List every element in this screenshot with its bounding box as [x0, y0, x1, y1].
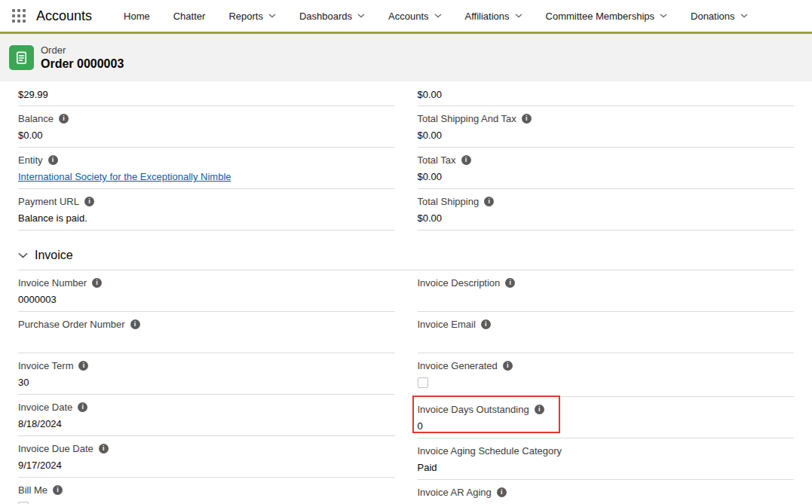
info-icon[interactable]: i	[522, 114, 532, 124]
nav-item-label: Home	[124, 11, 150, 22]
info-icon[interactable]: i	[535, 405, 544, 414]
field-value: $0.00	[418, 129, 795, 142]
field-bill-me: Bill Me i	[18, 478, 395, 504]
nav-item-home[interactable]: Home	[124, 11, 150, 22]
field-label: Invoice Generated	[418, 360, 498, 371]
chevron-down-icon	[268, 14, 276, 18]
field-label: Invoice Email	[418, 319, 476, 330]
info-icon[interactable]: i	[59, 114, 69, 124]
field-value: 0	[418, 420, 795, 432]
chevron-down-icon	[740, 14, 748, 18]
field-invoice-ar-aging: Invoice AR Aging i	[418, 480, 795, 504]
nav-tabs: Home Chatter Reports Dashboards Accounts…	[124, 11, 748, 22]
nav-item-dashboards[interactable]: Dashboards	[299, 11, 365, 22]
field-value: Paid	[418, 461, 795, 474]
section-title: Invoice	[35, 249, 73, 262]
nav-item-label: Affiliations	[465, 11, 510, 22]
field-value: $0.00	[418, 88, 795, 101]
field-value: $0.00	[418, 170, 795, 183]
global-nav: Accounts Home Chatter Reports Dashboards…	[0, 0, 812, 34]
field-invoice-number: Invoice Number i 0000003	[18, 270, 395, 312]
info-icon[interactable]: i	[78, 361, 88, 371]
field-value	[18, 334, 395, 347]
record-detail: $29.99 Balance i $0.00 Entity i Internat…	[0, 81, 812, 504]
field-invoice-generated: Invoice Generated i	[418, 353, 795, 397]
app-name: Accounts	[36, 8, 92, 24]
info-icon[interactable]: i	[497, 487, 507, 497]
field-total-shipping: Total Shipping i $0.00	[418, 189, 795, 231]
field-label: Total Tax	[418, 154, 456, 166]
chevron-down-icon	[660, 14, 667, 18]
field-label: Invoice AR Aging	[418, 487, 492, 498]
field-label: Invoice Aging Schedule Category	[418, 445, 562, 457]
field-label: Balance	[18, 113, 54, 124]
page-title: Order 0000003	[41, 57, 124, 72]
app-launcher-icon[interactable]	[12, 9, 26, 23]
order-icon	[9, 45, 34, 70]
section-invoice-header[interactable]: Invoice	[18, 243, 794, 270]
chevron-down-icon	[515, 14, 522, 18]
nav-item-donations[interactable]: Donations	[691, 11, 748, 22]
info-icon[interactable]: i	[484, 197, 494, 206]
nav-item-label: Donations	[691, 11, 735, 22]
entity-link[interactable]: International Society for the Exceptiona…	[18, 171, 231, 182]
field-value: 0000003	[18, 293, 395, 306]
field-invoice-date: Invoice Date i 8/18/2024	[18, 395, 395, 436]
chevron-down-icon	[18, 252, 28, 258]
field-invoice-due-date: Invoice Due Date i 9/17/2024	[18, 436, 395, 478]
invoice-generated-checkbox[interactable]	[418, 377, 428, 388]
field-value	[418, 334, 795, 347]
field-value: 30	[18, 376, 395, 389]
info-icon[interactable]: i	[481, 319, 491, 329]
field-payment-url: Payment URL i Balance is paid.	[18, 189, 395, 231]
field-value: $29.99	[18, 88, 395, 101]
chevron-down-icon	[357, 14, 365, 18]
info-icon[interactable]: i	[503, 361, 513, 371]
field-invoice-email: Invoice Email i	[418, 312, 795, 353]
info-icon[interactable]: i	[130, 319, 140, 329]
field-balance: Balance i $0.00	[18, 106, 395, 148]
nav-item-label: Reports	[228, 11, 263, 22]
field-label: Entity	[18, 154, 43, 166]
field-invoice-aging-schedule-category: Invoice Aging Schedule Category Paid	[418, 438, 795, 480]
field-label: Total Shipping And Tax	[418, 113, 516, 124]
info-icon[interactable]: i	[84, 197, 94, 206]
field-label: Invoice Date	[18, 402, 72, 413]
field-label: Total Shipping	[418, 196, 480, 207]
info-icon[interactable]: i	[461, 155, 471, 165]
field-purchase-order-number: Purchase Order Number i	[18, 312, 395, 353]
info-icon[interactable]: i	[78, 402, 87, 412]
nav-item-label: Committee Memberships	[546, 11, 655, 22]
info-icon[interactable]: i	[92, 278, 102, 288]
field-value: $0.00	[18, 129, 395, 142]
info-icon[interactable]: i	[48, 155, 58, 165]
field-label: Invoice Description	[418, 277, 501, 289]
field-value: 9/17/2024	[18, 459, 395, 472]
field-label: Invoice Number	[18, 277, 87, 289]
field-partial-right: $0.00	[418, 81, 795, 106]
nav-item-label: Chatter	[173, 11, 206, 22]
nav-item-affiliations[interactable]: Affiliations	[465, 11, 522, 22]
field-total-shipping-and-tax: Total Shipping And Tax i $0.00	[418, 106, 795, 148]
nav-item-label: Accounts	[388, 11, 428, 22]
field-invoice-term: Invoice Term i 30	[18, 353, 395, 395]
field-label: Invoice Due Date	[18, 443, 93, 454]
field-label: Purchase Order Number	[18, 319, 125, 330]
field-label: Invoice Term	[18, 360, 73, 371]
field-value: 8/18/2024	[18, 417, 395, 430]
field-value: Balance is paid.	[18, 212, 395, 225]
nav-item-chatter[interactable]: Chatter	[173, 11, 206, 22]
field-label: Payment URL	[18, 196, 79, 207]
nav-item-committee-memberships[interactable]: Committee Memberships	[546, 11, 668, 22]
record-header-text: Order Order 0000003	[41, 44, 124, 72]
field-value	[418, 293, 795, 306]
entity-type-label: Order	[41, 44, 124, 57]
info-icon[interactable]: i	[505, 278, 515, 288]
field-partial-left: $29.99	[18, 81, 395, 106]
nav-item-label: Dashboards	[299, 11, 352, 22]
nav-item-accounts[interactable]: Accounts	[388, 11, 441, 22]
nav-item-reports[interactable]: Reports	[228, 11, 276, 22]
info-icon[interactable]: i	[53, 485, 63, 495]
field-label: Bill Me	[18, 484, 47, 496]
info-icon[interactable]: i	[99, 444, 109, 454]
